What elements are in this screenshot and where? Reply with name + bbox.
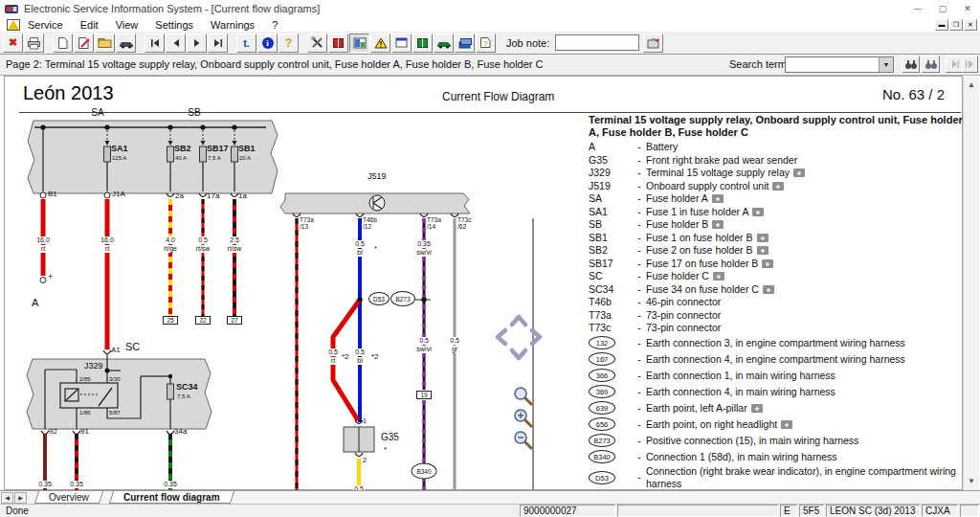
legend-desc-text: Terminal 15 voltage supply relay [646, 167, 790, 178]
wire-color: sw/vi [415, 249, 433, 257]
legend-desc: Earth connection 3, in engine compartmen… [646, 337, 964, 349]
legend-desc-text: Fuse 2 on fuse holder B [646, 244, 753, 256]
legend-desc-text: Earth point, on right headlight [646, 418, 777, 430]
legend-row: T73a-73-pin connector [589, 309, 964, 323]
label-fuse-sc34: SC34 [176, 384, 198, 392]
legend-row: B273-Positive connection (15), in main w… [589, 433, 964, 449]
legend-desc: Fuse 1 in fuse holder A [646, 206, 964, 218]
legend-dash: - [633, 435, 646, 447]
legend-dash: - [633, 353, 646, 366]
label-terminal-34a: 34a [174, 428, 187, 436]
label-pin-1: 1 [363, 417, 367, 425]
status-message: Done [0, 505, 519, 517]
camera-icon[interactable] [712, 220, 724, 229]
label-j519: J519 [368, 173, 387, 181]
label-terminal-a1: A1 [111, 347, 121, 354]
label-pin-2: 2 [363, 457, 367, 464]
legend-row: SB17-Fuse 17 on fuse holder B [589, 258, 964, 271]
wires-bottom-left [45, 434, 170, 490]
wire-size: 0.35 [69, 481, 84, 488]
legend-desc: Connection 1 (58d), in main wiring harne… [646, 451, 964, 463]
wire-size: 0.35 [163, 481, 178, 488]
label-terminal-17a: 17a [207, 192, 219, 200]
label-relay-pin: 1/86 [79, 410, 91, 417]
label-fuse-holder-sc: SC [125, 344, 140, 351]
legend-desc-text: Fuse 17 on fuse holder B [646, 258, 758, 269]
status-model-code: 5F5 [799, 505, 824, 517]
legend-row: 167-Earth connection 4, in engine compar… [589, 351, 964, 368]
legend: Terminal 15 voltage supply relay, Onboar… [589, 114, 964, 490]
wire-ref-box: 25 [163, 316, 178, 325]
label-terminal-92: 92 [49, 428, 57, 436]
legend-desc: Front right brake pad wear sender [646, 154, 964, 167]
legend-title: Terminal 15 voltage supply relay, Onboar… [589, 114, 964, 138]
legend-term: SB1 [589, 232, 633, 244]
legend-desc: Battery [646, 141, 964, 153]
legend-dash: - [633, 451, 646, 463]
camera-icon[interactable] [793, 169, 805, 177]
wire-color: rt [330, 357, 336, 365]
label-fuse-sc34-amp: 7,5 A [177, 393, 190, 401]
legend-desc: Fuse 17 on fuse holder B [646, 258, 964, 270]
wire-color: rt [40, 245, 46, 253]
camera-icon[interactable] [751, 404, 763, 413]
wire-color: sw/vi [415, 346, 433, 353]
camera-icon[interactable] [757, 234, 768, 242]
pan-up-icon [512, 317, 525, 325]
label-fuse-holder-sb: SB [188, 109, 200, 117]
connection-symbol: B340 [589, 450, 615, 463]
tab-current-label: Current flow diagram [123, 491, 220, 504]
legend-dash: - [633, 402, 646, 415]
legend-term: J519 [589, 180, 633, 192]
wire-note: *2 [371, 353, 379, 361]
legend-dash: - [633, 206, 646, 218]
legend-dash: - [633, 309, 646, 322]
label-fuse-holder-sa: SA [91, 109, 103, 117]
label-fuse-sb2: SB2 [174, 146, 191, 153]
legend-row: SA-Fuse holder A [589, 192, 964, 206]
camera-icon[interactable] [763, 285, 774, 294]
camera-icon[interactable] [772, 182, 784, 191]
label-g35-note: * [384, 446, 387, 454]
legend-dash: - [633, 180, 646, 192]
label-connector: T73a [300, 216, 314, 223]
camera-icon[interactable] [712, 194, 724, 203]
tab-overview[interactable]: Overview [34, 491, 103, 504]
status-engine-code: CJXA [922, 505, 958, 517]
camera-icon[interactable] [762, 259, 773, 268]
tab-bar: ◀ ▶ Overview Current flow diagram [0, 490, 980, 504]
wire-color: rt/ge [163, 245, 178, 253]
legend-dash: - [633, 167, 646, 179]
sender-g35 [344, 420, 374, 485]
camera-icon[interactable] [713, 272, 724, 281]
connection-symbol: D53 [589, 471, 615, 484]
tab-scroll-right-icon[interactable]: ▶ [14, 492, 27, 504]
earth-point-symbol: 656 [589, 417, 615, 431]
label-connector: T73a [427, 216, 441, 223]
label-battery: A [32, 300, 38, 307]
zoom-controls[interactable] [515, 388, 532, 449]
legend-desc-text: Fuse 1 in fuse holder A [646, 206, 748, 217]
label-connector-pin: /13 [300, 223, 308, 230]
zoom-reset-icon [515, 388, 532, 405]
legend-term: SA1 [589, 206, 633, 218]
camera-icon[interactable] [781, 420, 792, 429]
tab-overview-label: Overview [49, 491, 89, 504]
legend-term: SC34 [589, 283, 633, 296]
legend-row: A-Battery [589, 141, 964, 154]
legend-desc: 73-pin connector [646, 309, 964, 322]
legend-row: J519-Onboard supply control unit [589, 180, 964, 193]
label-terminal-1a: 1a [238, 192, 247, 200]
legend-desc: Earth connection 4, in main wiring harne… [646, 386, 964, 398]
camera-icon[interactable] [752, 208, 764, 216]
legend-term: T46b [589, 296, 633, 308]
label-fuse-sa1-amp: 125 A [112, 155, 126, 163]
wire-color: bl [356, 357, 363, 365]
tab-scroll-left-icon[interactable]: ◀ [1, 492, 13, 504]
tab-current-flow-diagram[interactable]: Current flow diagram [109, 491, 234, 504]
wire-color: gr [451, 346, 458, 353]
wire-ref-box: 22 [195, 316, 211, 325]
camera-icon[interactable] [757, 246, 768, 255]
legend-desc: 73-pin connector [646, 322, 964, 334]
wire-size: 0.5 [327, 348, 339, 356]
